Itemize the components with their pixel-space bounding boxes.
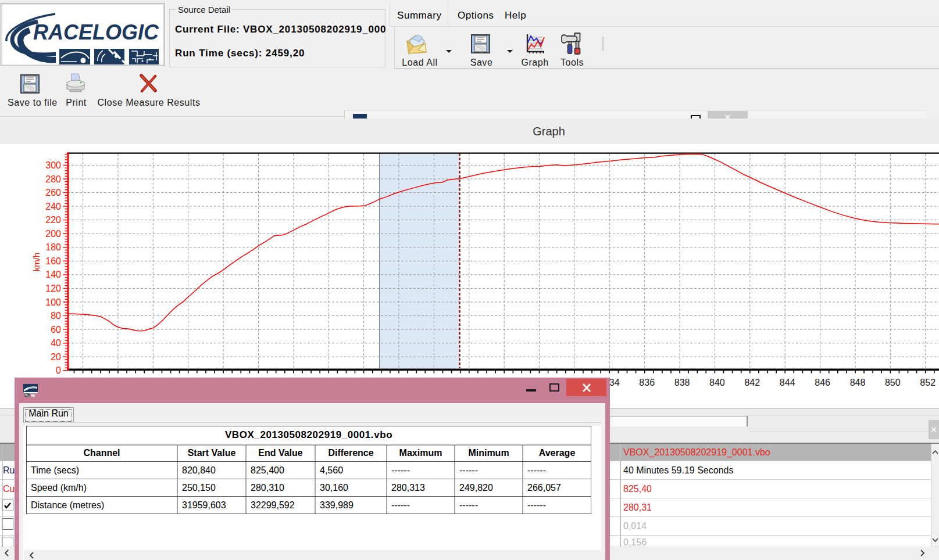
svg-text:836: 836 (639, 378, 655, 387)
svg-text:260: 260 (45, 188, 61, 198)
svg-text:300: 300 (45, 160, 61, 170)
svg-text:240: 240 (45, 202, 61, 211)
svg-text:280: 280 (45, 174, 61, 184)
svg-text:0: 0 (56, 365, 61, 375)
svg-text:848: 848 (850, 378, 866, 387)
svg-text:838: 838 (674, 378, 690, 387)
svg-text:844: 844 (780, 378, 795, 387)
svg-text:180: 180 (45, 242, 61, 252)
svg-text:120: 120 (45, 283, 61, 293)
svg-text:80: 80 (51, 311, 61, 321)
svg-text:200: 200 (45, 229, 61, 239)
svg-text:60: 60 (51, 325, 61, 335)
svg-text:852: 852 (920, 378, 936, 387)
svg-text:160: 160 (45, 256, 61, 266)
svg-text:20: 20 (51, 352, 61, 362)
svg-text:140: 140 (45, 270, 61, 279)
svg-text:km/h: km/h (31, 253, 41, 272)
svg-text:40: 40 (51, 338, 61, 348)
svg-text:850: 850 (885, 378, 901, 387)
svg-text:846: 846 (815, 378, 830, 387)
svg-text:220: 220 (45, 215, 61, 225)
svg-text:842: 842 (744, 378, 760, 387)
svg-text:840: 840 (709, 378, 725, 387)
svg-text:100: 100 (45, 297, 61, 307)
